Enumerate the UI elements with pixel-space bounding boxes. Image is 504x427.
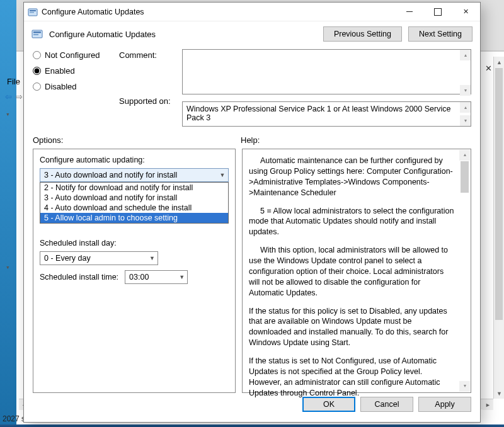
chevron-down-icon: ▼	[149, 255, 155, 261]
background-tree: ▾ ▾	[6, 110, 10, 271]
policy-icon	[28, 7, 38, 17]
comment-scrollbar[interactable]: ▴ ▾	[460, 50, 471, 96]
scrollbar-thumb[interactable]	[461, 161, 469, 193]
combo-selected-value[interactable]: 3 - Auto download and notify for install	[40, 168, 229, 182]
radio-input[interactable]	[33, 83, 41, 91]
configure-updates-dialog: Configure Automatic Updates Configure Au…	[23, 2, 481, 423]
select-value: 0 - Every day	[44, 254, 91, 263]
next-setting-button[interactable]: Next Setting	[408, 26, 472, 42]
tree-toggle-icon[interactable]: ▾	[6, 110, 10, 118]
back-arrow-icon[interactable]: ⇦	[5, 92, 12, 101]
scroll-down-icon[interactable]: ▼	[494, 388, 504, 399]
combo-selected-text: 3 - Auto download and notify for install	[44, 171, 177, 179]
state-radio-group: Not Configured Enabled Disabled	[33, 49, 118, 127]
scroll-down-icon[interactable]: ▾	[460, 85, 471, 96]
scheduled-time-label: Scheduled install time:	[40, 273, 118, 282]
window-title: Configure Automatic Updates	[42, 8, 395, 16]
help-header: Help:	[241, 135, 260, 145]
scroll-up-icon[interactable]: ▴	[460, 50, 471, 60]
select-value: 03:00	[129, 273, 149, 282]
supported-on-label: Supported on:	[119, 95, 181, 106]
titlebar: Configure Automatic Updates	[24, 3, 480, 21]
options-header: Options:	[33, 135, 241, 145]
radio-input[interactable]	[33, 67, 41, 75]
scheduled-day-select[interactable]: 0 - Every day ▼	[40, 251, 158, 265]
maximize-button[interactable]	[423, 3, 452, 21]
taskbar	[0, 424, 504, 427]
configure-updating-combo[interactable]: 3 - Auto download and notify for install…	[40, 168, 229, 182]
help-scrollbar[interactable]: ▴ ▾	[459, 150, 470, 392]
background-statusbar: 2027 s	[3, 414, 25, 423]
help-paragraph: Automatic maintenance can be further con…	[249, 156, 455, 198]
scheduled-time-select[interactable]: 03:00 ▼	[125, 270, 188, 284]
tree-toggle-icon[interactable]: ▾	[6, 263, 10, 271]
svg-rect-1	[30, 10, 36, 11]
combo-option[interactable]: 2 - Notify for download and notify for i…	[40, 183, 228, 193]
radio-label: Enabled	[45, 66, 75, 76]
scrollbar-thumb[interactable]	[495, 68, 503, 320]
comment-field-wrap: ▴ ▾	[182, 49, 471, 96]
background-vertical-scrollbar[interactable]: ▲ ▼	[493, 57, 504, 399]
radio-not-configured[interactable]: Not Configured	[33, 50, 118, 60]
scroll-right-icon[interactable]: ►	[483, 399, 493, 410]
supported-scrollbar[interactable]: ▴ ▾	[460, 102, 471, 126]
supported-on-text: Windows XP Professional Service Pack 1 o…	[182, 101, 471, 127]
previous-setting-button[interactable]: Previous Setting	[323, 26, 402, 42]
svg-rect-4	[33, 31, 41, 33]
svg-rect-2	[30, 12, 34, 13]
scroll-down-icon[interactable]: ▾	[460, 115, 471, 126]
radio-enabled[interactable]: Enabled	[33, 66, 118, 76]
ok-button[interactable]: OK	[302, 397, 355, 412]
help-paragraph: 5 = Allow local administrators to select…	[249, 206, 455, 238]
scheduled-day-label: Scheduled install day:	[40, 239, 229, 248]
radio-input[interactable]	[33, 51, 41, 59]
dialog-subheader: Configure Automatic Updates Previous Set…	[24, 21, 480, 47]
combo-option[interactable]: 3 - Auto download and notify for install	[40, 193, 228, 203]
supported-on-wrap: Windows XP Professional Service Pack 1 o…	[182, 101, 471, 127]
chevron-down-icon: ▼	[179, 274, 185, 280]
background-nav-arrows: ⇦ ⇨	[5, 92, 23, 101]
help-panel: Automatic maintenance can be further con…	[242, 149, 471, 393]
help-paragraph: With this option, local administrators w…	[249, 245, 455, 298]
help-paragraph: If the status for this policy is set to …	[249, 306, 455, 349]
options-panel: Configure automatic updating: 3 - Auto d…	[33, 149, 236, 393]
dialog-subtitle: Configure Automatic Updates	[49, 30, 317, 39]
policy-icon	[32, 28, 43, 40]
help-paragraph: If the status is set to Not Configured, …	[249, 356, 455, 399]
chevron-down-icon[interactable]: ▼	[217, 169, 228, 181]
radio-label: Disabled	[45, 82, 77, 91]
scroll-up-icon[interactable]: ▲	[494, 57, 504, 67]
svg-rect-5	[33, 34, 38, 35]
close-button[interactable]	[452, 3, 480, 21]
forward-arrow-icon: ⇨	[16, 92, 23, 101]
combo-option[interactable]: 4 - Auto download and schedule the insta…	[40, 203, 228, 213]
radio-label: Not Configured	[45, 50, 100, 60]
close-icon: ✕	[485, 64, 492, 73]
combo-option[interactable]: 5 - Allow local admin to choose setting	[40, 213, 228, 223]
scroll-down-icon[interactable]: ▾	[459, 381, 470, 392]
combo-dropdown-list[interactable]: 2 - Notify for download and notify for i…	[40, 182, 229, 224]
apply-button[interactable]: Apply	[418, 397, 471, 412]
radio-disabled[interactable]: Disabled	[33, 82, 118, 91]
configure-updating-label: Configure automatic updating:	[40, 156, 229, 164]
comment-label: Comment:	[119, 49, 181, 60]
minimize-button[interactable]	[395, 3, 423, 21]
scroll-up-icon[interactable]: ▴	[459, 150, 470, 161]
comment-textarea[interactable]	[182, 49, 471, 94]
scroll-up-icon[interactable]: ▴	[460, 102, 471, 113]
cancel-button[interactable]: Cancel	[360, 397, 413, 412]
background-file-menu[interactable]: File	[7, 77, 20, 86]
